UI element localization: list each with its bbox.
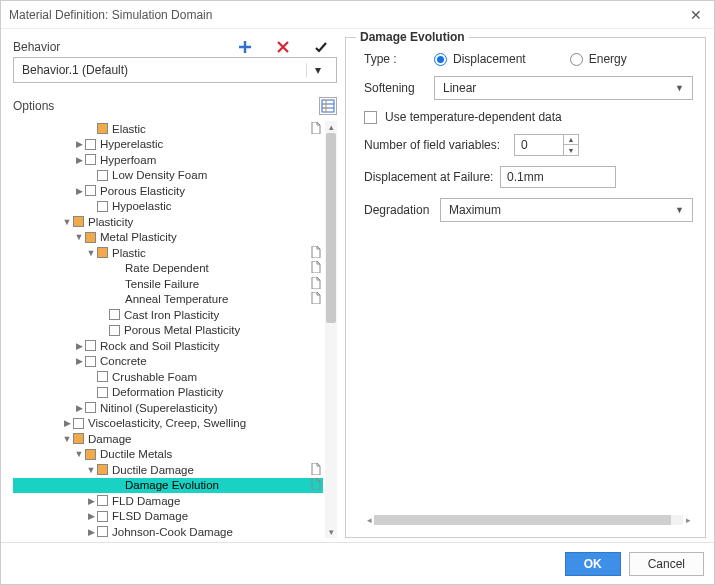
tree-checkbox[interactable]	[97, 123, 108, 134]
tree-node[interactable]: ▼Plasticity	[13, 214, 323, 230]
tree-checkbox[interactable]	[85, 185, 96, 196]
scroll-right-icon[interactable]: ▸	[683, 515, 693, 525]
tree-checkbox[interactable]	[85, 356, 96, 367]
tree-checkbox[interactable]	[97, 526, 108, 537]
tree-node[interactable]: ▼Plastic	[13, 245, 323, 261]
tree-checkbox[interactable]	[97, 371, 108, 382]
cancel-button[interactable]: Cancel	[629, 552, 704, 576]
expand-icon[interactable]: ▶	[73, 356, 85, 366]
degradation-select[interactable]: Maximum ▼	[440, 198, 693, 222]
scrollbar-thumb[interactable]	[326, 133, 336, 323]
spin-up-icon[interactable]: ▲	[564, 135, 578, 145]
tree-checkbox[interactable]	[85, 449, 96, 460]
delete-behavior-icon[interactable]	[273, 37, 293, 57]
behavior-label: Behavior	[13, 40, 60, 54]
chevron-down-icon: ▾	[306, 63, 328, 77]
ok-button[interactable]: OK	[565, 552, 621, 576]
tree-node[interactable]: ▼Ductile Damage	[13, 462, 323, 478]
expand-icon[interactable]: ▶	[61, 418, 73, 428]
tree-node[interactable]: ▶Rock and Soil Plasticity	[13, 338, 323, 354]
tree-node[interactable]: Elastic	[13, 121, 323, 137]
expand-icon[interactable]: ▶	[73, 139, 85, 149]
tree-checkbox[interactable]	[73, 418, 84, 429]
tree-checkbox[interactable]	[85, 402, 96, 413]
scrollbar-track[interactable]	[374, 515, 683, 525]
tree-node[interactable]: ▶FLD Damage	[13, 493, 323, 509]
expand-icon[interactable]: ▼	[85, 248, 97, 258]
panel-h-scrollbar[interactable]: ◂ ▸	[364, 513, 693, 527]
scroll-up-icon[interactable]: ▴	[325, 121, 337, 133]
type-radio-energy[interactable]: Energy	[570, 52, 627, 66]
nfv-spinner[interactable]: ▲ ▼	[564, 134, 579, 156]
softening-select[interactable]: Linear ▼	[434, 76, 693, 100]
expand-icon[interactable]: ▶	[85, 527, 97, 537]
type-radio-displacement[interactable]: Displacement	[434, 52, 526, 66]
tree-node[interactable]: Rate Dependent	[13, 261, 323, 277]
tree-node[interactable]: ▶Hyperfoam	[13, 152, 323, 168]
scroll-down-icon[interactable]: ▾	[325, 526, 337, 538]
disp-fail-input[interactable]: 0.1mm	[500, 166, 616, 188]
tree-checkbox[interactable]	[109, 309, 120, 320]
tree-checkbox[interactable]	[85, 232, 96, 243]
tree-checkbox[interactable]	[73, 216, 84, 227]
expand-icon[interactable]: ▼	[61, 434, 73, 444]
tree-node[interactable]: ▼Ductile Metals	[13, 447, 323, 463]
tree-node[interactable]: Tensile Failure	[13, 276, 323, 292]
expand-icon[interactable]: ▶	[73, 341, 85, 351]
tree-checkbox[interactable]	[97, 201, 108, 212]
expand-icon[interactable]: ▶	[85, 496, 97, 506]
expand-icon[interactable]: ▶	[73, 155, 85, 165]
behavior-select[interactable]: Behavior.1 (Default) ▾	[13, 57, 337, 83]
tree-checkbox[interactable]	[97, 247, 108, 258]
scrollbar-thumb[interactable]	[374, 515, 671, 525]
tree-node[interactable]: ▶Concrete	[13, 354, 323, 370]
tree-node[interactable]: ▶Porous Elasticity	[13, 183, 323, 199]
tree-node[interactable]: Anneal Temperature	[13, 292, 323, 308]
expand-icon[interactable]: ▼	[73, 449, 85, 459]
tree-node[interactable]: ▶Hyperelastic	[13, 137, 323, 153]
expand-icon[interactable]: ▶	[73, 403, 85, 413]
tree-checkbox[interactable]	[97, 387, 108, 398]
scroll-left-icon[interactable]: ◂	[364, 515, 374, 525]
tree-node[interactable]: Porous Metal Plasticity	[13, 323, 323, 339]
tree-checkbox[interactable]	[97, 464, 108, 475]
tree-checkbox[interactable]	[97, 170, 108, 181]
expand-icon[interactable]: ▼	[73, 232, 85, 242]
tree-label: Damage	[88, 433, 131, 445]
tree-node[interactable]: Deformation Plasticity	[13, 385, 323, 401]
close-icon[interactable]: ✕	[686, 7, 706, 23]
tree-scrollbar[interactable]: ▴ ▾	[325, 121, 337, 538]
confirm-behavior-icon[interactable]	[311, 37, 331, 57]
tree-checkbox[interactable]	[85, 139, 96, 150]
tree-checkbox[interactable]	[109, 325, 120, 336]
nfv-input[interactable]: 0	[514, 134, 564, 156]
add-behavior-icon[interactable]	[235, 37, 255, 57]
expand-icon[interactable]: ▶	[73, 186, 85, 196]
tree-node[interactable]: ▶Viscoelasticity, Creep, Swelling	[13, 416, 323, 432]
tree-node[interactable]: ▶Johnson-Cook Damage	[13, 524, 323, 538]
tree-checkbox[interactable]	[73, 433, 84, 444]
svg-rect-0	[322, 100, 334, 112]
tree-node[interactable]: Low Density Foam	[13, 168, 323, 184]
tree-node[interactable]: ▼Metal Plasticity	[13, 230, 323, 246]
options-label: Options	[13, 99, 54, 113]
tree-checkbox[interactable]	[97, 511, 108, 522]
expand-icon[interactable]: ▼	[61, 217, 73, 227]
tree-checkbox[interactable]	[97, 495, 108, 506]
tree-node[interactable]: Crushable Foam	[13, 369, 323, 385]
tree-node[interactable]: ▶FLSD Damage	[13, 509, 323, 525]
tree-checkbox[interactable]	[85, 154, 96, 165]
tree-node[interactable]: ▶Nitinol (Superelasticity)	[13, 400, 323, 416]
expand-icon[interactable]: ▼	[85, 465, 97, 475]
spin-down-icon[interactable]: ▼	[564, 145, 578, 155]
options-tree[interactable]: Elastic▶Hyperelastic▶HyperfoamLow Densit…	[13, 121, 337, 538]
options-view-icon[interactable]	[319, 97, 337, 115]
tree-node[interactable]: Hypoelastic	[13, 199, 323, 215]
expand-icon[interactable]: ▶	[85, 511, 97, 521]
tree-node[interactable]: Cast Iron Plasticity	[13, 307, 323, 323]
tree-node[interactable]: Damage Evolution	[13, 478, 323, 494]
tree-checkbox[interactable]	[85, 340, 96, 351]
right-pane: Damage Evolution Type : Displacement Ene…	[345, 37, 706, 538]
temp-dep-checkbox[interactable]	[364, 111, 377, 124]
tree-node[interactable]: ▼Damage	[13, 431, 323, 447]
